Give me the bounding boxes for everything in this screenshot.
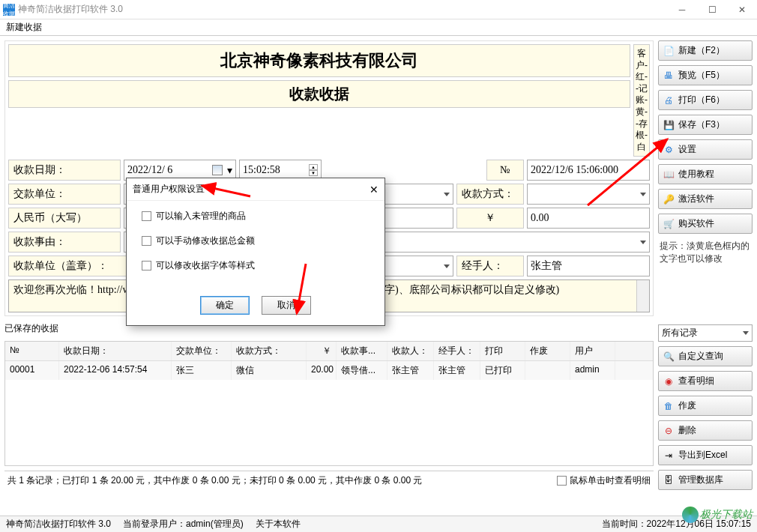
void-button[interactable]: 🗑作废: [658, 396, 753, 416]
label-rmb: 人民币（大写）: [8, 208, 121, 229]
col-payee[interactable]: 收款人：: [387, 342, 434, 360]
table-header: № 收款日期： 交款单位： 收款方式： ￥ 收款事... 收款人： 经手人： 打…: [5, 342, 653, 361]
perm-option-2[interactable]: 可以手动修改收据总金额: [142, 235, 370, 247]
dialog-ok-button[interactable]: 确定: [200, 296, 250, 315]
table-row[interactable]: 00001 2022-12-06 14:57:54 张三 微信 20.00 领导…: [5, 361, 653, 380]
status-about[interactable]: 关于本软件: [256, 518, 301, 531]
export-button[interactable]: ⇥导出到Excel: [658, 445, 753, 465]
buy-button[interactable]: 🛒购买软件: [658, 214, 753, 234]
dialog-close-button[interactable]: ✕: [370, 184, 378, 196]
window-title: 神奇简洁收据打印软件 3.0: [18, 3, 667, 16]
filter-dropdown[interactable]: 所有记录: [658, 324, 753, 342]
custom-query-button[interactable]: 🔍自定义查询: [658, 346, 753, 366]
titlebar: 简洁收据 神奇简洁收据打印软件 3.0 ─ ☐ ✕: [0, 0, 757, 19]
statusbar: 神奇简洁收据打印软件 3.0 当前登录用户：admin(管理员) 关于本软件 当…: [0, 516, 757, 532]
saved-table: № 收款日期： 交款单位： 收款方式： ￥ 收款事... 收款人： 经手人： 打…: [4, 341, 654, 466]
settings-button[interactable]: ⚙设置: [658, 139, 753, 160]
delete-button[interactable]: ⊖删除: [658, 420, 753, 441]
new-icon: 📄: [663, 46, 674, 56]
col-user[interactable]: 用户: [570, 342, 615, 360]
perm-option-1[interactable]: 可以输入未管理的商品: [142, 210, 370, 223]
database-icon: 🗄: [663, 475, 674, 486]
maximize-button[interactable]: ☐: [697, 0, 727, 19]
save-button[interactable]: 💾保存（F3）: [658, 115, 753, 135]
col-method[interactable]: 收款方式：: [232, 342, 307, 360]
print-icon: 🖨: [663, 95, 674, 106]
preview-button[interactable]: 🖶预览（F5）: [658, 65, 753, 85]
view-detail-button[interactable]: ◉查看明细: [658, 371, 753, 391]
company-name[interactable]: 北京神奇像素科技有限公司: [8, 44, 630, 77]
hover-detail-checkbox[interactable]: 鼠标单击时查看明细: [557, 474, 651, 487]
book-icon: 📖: [663, 169, 674, 180]
serial-field[interactable]: 2022/12/6 15:06:000: [527, 160, 650, 181]
col-unit[interactable]: 交款单位：: [172, 342, 232, 360]
label-date: 收款日期：: [8, 160, 121, 181]
method-dropdown[interactable]: [527, 184, 650, 205]
export-icon: ⇥: [663, 450, 674, 461]
delete-icon: ⊖: [663, 426, 674, 436]
status-user: 当前登录用户：admin(管理员): [123, 518, 244, 531]
col-void[interactable]: 作废: [525, 342, 570, 360]
dialog-cancel-button[interactable]: 取消: [262, 296, 311, 315]
col-print[interactable]: 打印: [480, 342, 525, 360]
receipt-title[interactable]: 收款收据: [8, 80, 630, 108]
label-reason: 收款事由：: [8, 232, 121, 253]
print-button[interactable]: 🖨打印（F6）: [658, 90, 753, 110]
col-amount[interactable]: ￥: [307, 342, 337, 360]
col-date[interactable]: 收款日期：: [59, 342, 172, 360]
checkbox-icon[interactable]: [557, 476, 567, 486]
dialog-title: 普通用户权限设置: [133, 183, 205, 196]
trash-icon: 🗑: [663, 401, 674, 411]
col-handler[interactable]: 经手人：: [434, 342, 480, 360]
label-yen: ￥: [456, 208, 524, 229]
minimize-button[interactable]: ─: [667, 0, 697, 19]
new-button[interactable]: 📄新建（F2）: [658, 40, 753, 61]
amount-field[interactable]: 0.00: [527, 208, 650, 229]
key-icon: 🔑: [663, 194, 674, 205]
stats-text: 共 1 条记录；已打印 1 条 20.00 元，其中作废 0 条 0.00 元；…: [7, 474, 557, 487]
time-up[interactable]: ▲: [309, 164, 318, 170]
save-icon: 💾: [663, 120, 674, 130]
permission-dialog: 普通用户权限设置 ✕ 可以输入未管理的商品 可以手动修改收据总金额 可以修改收据…: [126, 178, 385, 326]
menubar: 新建收据: [0, 19, 757, 36]
search-icon: 🔍: [663, 351, 674, 362]
cart-icon: 🛒: [663, 219, 674, 229]
calendar-icon[interactable]: [212, 165, 223, 175]
label-payer: 交款单位：: [8, 184, 121, 205]
label-handler: 经手人：: [456, 256, 524, 276]
label-serial: №: [486, 160, 524, 181]
tab-new-receipt[interactable]: 新建收据: [6, 21, 42, 34]
status-app-name: 神奇简洁收据打印软件 3.0: [6, 518, 111, 531]
manage-db-button[interactable]: 🗄管理数据库: [658, 470, 753, 490]
watermark: 极光下载站: [682, 507, 753, 523]
col-reason[interactable]: 收款事...: [337, 342, 387, 360]
handler-field[interactable]: 张主管: [527, 256, 650, 276]
eye-icon: ◉: [663, 376, 674, 387]
label-payee-seal: 收款单位（盖章）：: [8, 256, 136, 276]
watermark-icon: [682, 507, 699, 523]
app-icon: 简洁收据: [3, 4, 15, 16]
time-down[interactable]: ▼: [309, 170, 318, 176]
tutorial-button[interactable]: 📖使用教程: [658, 164, 753, 184]
activate-button[interactable]: 🔑激活软件: [658, 189, 753, 209]
label-method: 收款方式：: [456, 184, 524, 205]
copy-labels[interactable]: 客户-红--记账-黄--存根-白: [633, 44, 650, 157]
status-time-label: 当前时间：: [602, 519, 647, 529]
perm-option-3[interactable]: 可以修改收据字体等样式: [142, 259, 370, 272]
preview-icon: 🖶: [663, 70, 674, 81]
close-button[interactable]: ✕: [727, 0, 757, 19]
col-no[interactable]: №: [5, 342, 59, 360]
gear-icon: ⚙: [663, 145, 674, 155]
hint-text: 提示：淡黄底色框内的文字也可以修改: [658, 238, 753, 267]
